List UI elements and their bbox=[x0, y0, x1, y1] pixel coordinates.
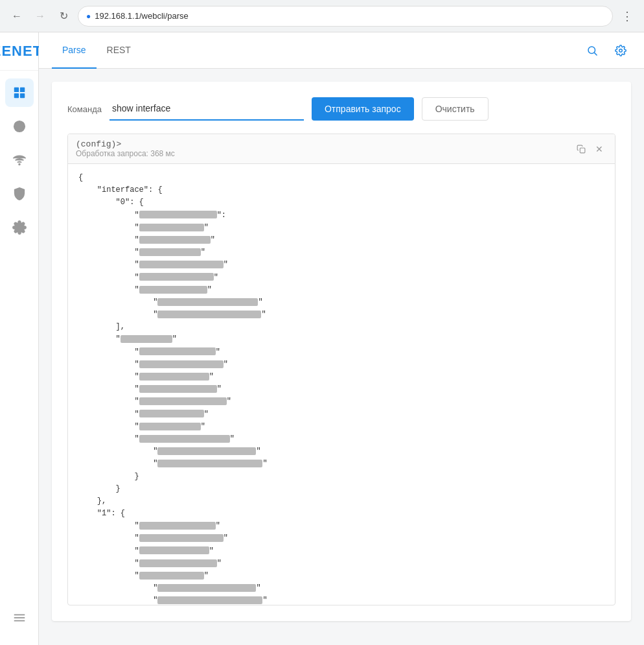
svg-point-13 bbox=[619, 49, 623, 52]
sidebar-item-internet[interactable] bbox=[5, 112, 34, 141]
search-icon bbox=[586, 45, 598, 56]
response-body[interactable]: { "interface": { "0": { "": "" "" "" "" bbox=[68, 164, 615, 605]
settings-icon bbox=[615, 45, 627, 56]
grid-icon bbox=[12, 86, 27, 100]
command-label: Команда bbox=[67, 104, 102, 114]
shield-icon bbox=[12, 187, 27, 201]
sidebar-logo: KEENETIC bbox=[0, 32, 38, 71]
sidebar-item-dashboard[interactable] bbox=[5, 78, 34, 107]
content-card: Команда Отправить запрос Очистить (confi… bbox=[52, 82, 631, 621]
page-header: Parse REST bbox=[39, 32, 644, 69]
gear-icon bbox=[12, 220, 27, 235]
forward-button[interactable]: → bbox=[31, 7, 49, 25]
browser-menu-button[interactable]: ⋮ bbox=[618, 7, 636, 25]
url-text: 192.168.1.1/webcli/parse bbox=[95, 11, 189, 21]
sidebar-item-settings[interactable] bbox=[5, 213, 34, 242]
globe-icon bbox=[12, 119, 27, 134]
command-input[interactable] bbox=[109, 97, 304, 121]
menu-icon bbox=[12, 611, 27, 625]
settings-button[interactable] bbox=[610, 40, 631, 61]
close-response-button[interactable]: ✕ bbox=[592, 141, 607, 157]
page-content: Команда Отправить запрос Очистить (confi… bbox=[39, 69, 644, 645]
browser-chrome: ← → ↻ ● 192.168.1.1/webcli/parse ⋮ bbox=[0, 0, 644, 32]
sidebar-bottom bbox=[5, 601, 34, 645]
main-area: Parse REST bbox=[39, 32, 644, 645]
address-bar[interactable]: ● 192.168.1.1/webcli/parse bbox=[78, 6, 613, 27]
lock-icon: ● bbox=[86, 12, 91, 21]
clear-button[interactable]: Очистить bbox=[422, 97, 489, 121]
sidebar-nav bbox=[0, 71, 38, 601]
response-timing: Обработка запроса: 368 мс bbox=[76, 149, 175, 158]
svg-rect-14 bbox=[580, 148, 585, 153]
tabs: Parse REST bbox=[52, 32, 141, 68]
tab-rest[interactable]: REST bbox=[97, 32, 141, 69]
response-info: (config)> Обработка запроса: 368 мс bbox=[76, 139, 175, 158]
svg-rect-0 bbox=[14, 88, 18, 92]
svg-rect-2 bbox=[14, 93, 18, 98]
send-button[interactable]: Отправить запрос bbox=[312, 97, 414, 121]
response-actions: ✕ bbox=[563, 141, 607, 157]
svg-line-12 bbox=[594, 53, 597, 55]
svg-rect-3 bbox=[19, 93, 24, 98]
sidebar-item-security[interactable] bbox=[5, 180, 34, 208]
tab-parse[interactable]: Parse bbox=[52, 32, 97, 69]
sidebar: KEENETIC bbox=[0, 32, 39, 645]
command-row: Команда Отправить запрос Очистить bbox=[67, 97, 615, 121]
copy-icon bbox=[577, 145, 586, 154]
response-prompt: (config)> bbox=[76, 139, 175, 149]
back-button[interactable]: ← bbox=[8, 7, 26, 25]
svg-rect-1 bbox=[19, 88, 24, 92]
sidebar-item-wifi[interactable] bbox=[5, 146, 34, 174]
sidebar-item-menu[interactable] bbox=[5, 604, 34, 632]
response-block: (config)> Обработка запроса: 368 мс bbox=[67, 134, 615, 605]
app-layout: KEENETIC bbox=[0, 32, 644, 645]
response-header: (config)> Обработка запроса: 368 мс bbox=[68, 134, 615, 164]
header-right bbox=[582, 40, 631, 61]
svg-point-11 bbox=[588, 47, 595, 54]
wifi-icon bbox=[12, 153, 27, 167]
reload-button[interactable]: ↻ bbox=[54, 7, 73, 25]
copy-button[interactable] bbox=[573, 141, 589, 157]
svg-point-6 bbox=[19, 164, 20, 165]
search-button[interactable] bbox=[582, 40, 603, 61]
